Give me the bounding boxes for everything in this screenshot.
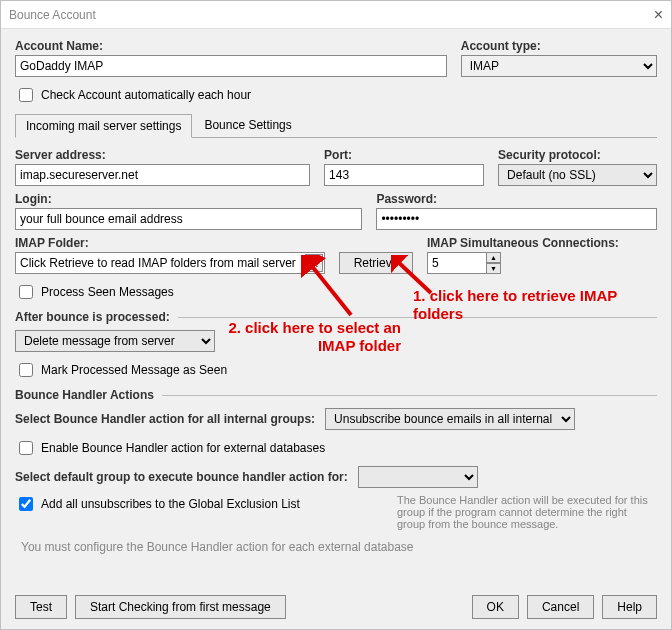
stepper-down-icon[interactable]: ▼ [486,263,501,274]
handler-internal-select[interactable]: Unsubscribe bounce emails in all interna… [325,408,575,430]
process-seen-checkbox[interactable] [19,285,33,299]
login-input[interactable] [15,208,362,230]
imap-conn-label: IMAP Simultaneous Connections: [427,236,627,250]
port-label: Port: [324,148,484,162]
imap-folder-browse-button[interactable]: ... [305,254,323,272]
add-unsub-label: Add all unsubscribes to the Global Exclu… [41,497,300,511]
start-checking-button[interactable]: Start Checking from first message [75,595,286,619]
default-group-select[interactable] [358,466,478,488]
enable-external-label: Enable Bounce Handler action for externa… [41,441,325,455]
window-title: Bounce Account [9,8,96,22]
bounce-account-window: Bounce Account × Account Name: Account t… [0,0,672,630]
imap-conn-input[interactable] [427,252,487,274]
login-label: Login: [15,192,362,206]
cancel-button[interactable]: Cancel [527,595,594,619]
enable-external-checkbox[interactable] [19,441,33,455]
security-select[interactable]: Default (no SSL) [498,164,657,186]
titlebar: Bounce Account × [1,1,671,29]
ok-button[interactable]: OK [472,595,519,619]
check-auto-checkbox[interactable] [19,88,33,102]
account-type-label: Account type: [461,39,657,53]
mark-processed-label: Mark Processed Message as Seen [41,363,227,377]
process-seen-label: Process Seen Messages [41,285,174,299]
password-label: Password: [376,192,657,206]
check-auto-label: Check Account automatically each hour [41,88,251,102]
stepper-up-icon[interactable]: ▲ [486,252,501,263]
help-button[interactable]: Help [602,595,657,619]
tab-incoming[interactable]: Incoming mail server settings [15,114,192,138]
tabs: Incoming mail server settings Bounce Set… [15,113,657,138]
imap-folder-label: IMAP Folder: [15,236,325,250]
after-bounce-label: After bounce is processed: [15,310,657,324]
add-unsub-checkbox[interactable] [19,497,33,511]
account-name-input[interactable] [15,55,447,77]
button-bar: Test Start Checking from first message O… [1,595,671,619]
port-input[interactable] [324,164,484,186]
account-name-label: Account Name: [15,39,447,53]
tab-bounce[interactable]: Bounce Settings [194,114,301,138]
imap-folder-input[interactable] [15,252,325,274]
handler-header: Bounce Handler Actions [15,388,657,402]
account-type-select[interactable]: IMAP [461,55,657,77]
handler-internal-label: Select Bounce Handler action for all int… [15,412,315,426]
default-group-label: Select default group to execute bounce h… [15,470,348,484]
mark-processed-checkbox[interactable] [19,363,33,377]
footnote: You must configure the Bounce Handler ac… [21,540,657,554]
password-input[interactable] [376,208,657,230]
retrieve-button[interactable]: Retrieve [339,252,413,274]
security-label: Security protocol: [498,148,657,162]
help-text: The Bounce Handler action will be execut… [397,494,657,530]
server-input[interactable] [15,164,310,186]
test-button[interactable]: Test [15,595,67,619]
imap-conn-stepper[interactable]: ▲ ▼ [427,252,627,274]
close-icon[interactable]: × [654,6,663,24]
after-bounce-select[interactable]: Delete message from server [15,330,215,352]
server-label: Server address: [15,148,310,162]
